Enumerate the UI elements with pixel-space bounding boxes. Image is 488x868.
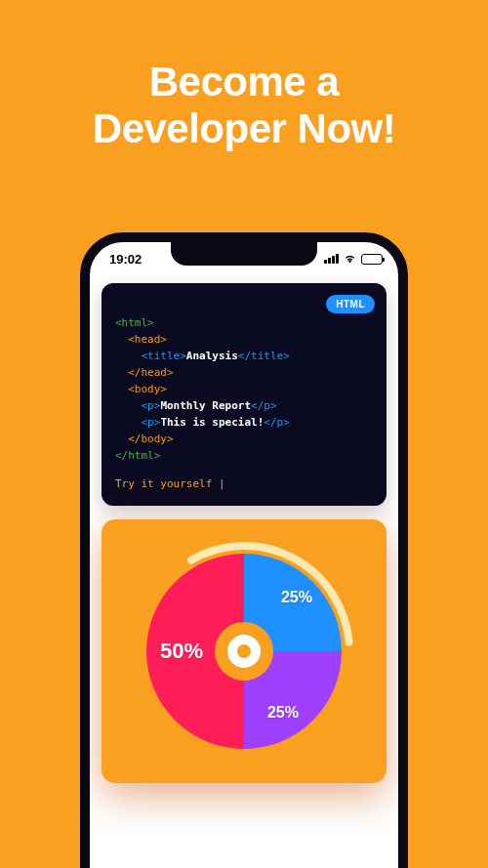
status-right [324,253,383,265]
slice-label-b: 25% [281,589,312,606]
language-badge: HTML [326,295,375,313]
chart-card: 50% 25% 25% [102,519,386,783]
headline: Become aDeveloper Now! [0,0,488,153]
wifi-icon [343,253,357,265]
signal-icon [324,254,339,264]
slice-label-a: 50% [160,639,203,664]
input-cursor: | [219,477,225,490]
app-screen: HTML <html> <head> <title>Analysis</titl… [90,269,398,783]
phone-notch [171,240,317,266]
donut-chart: 50% 25% 25% [146,554,342,749]
code-editor-card[interactable]: HTML <html> <head> <title>Analysis</titl… [102,283,386,506]
phone-frame: 19:02 HTML <html> <head> <title>Analysis… [80,232,408,868]
donut-center-ring [227,635,261,668]
donut-hole [215,622,273,681]
code-block: <html> <head> <title>Analysis</title> </… [115,314,373,464]
battery-icon [361,254,383,265]
try-it-yourself-prompt[interactable]: Try it yourself | [115,477,373,490]
slice-label-c: 25% [267,704,299,722]
status-time: 19:02 [109,252,142,267]
tiy-text: Try it yourself [115,477,212,490]
